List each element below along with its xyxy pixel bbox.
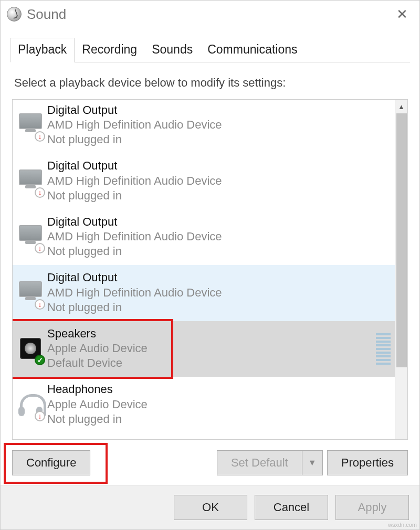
device-digital-output[interactable]: Digital OutputAMD High Definition Audio …: [13, 100, 395, 153]
set-default-button[interactable]: Set Default: [217, 450, 302, 475]
device-headphones[interactable]: HeadphonesApple Audio DeviceNot plugged …: [13, 377, 395, 432]
apply-button[interactable]: Apply: [335, 495, 409, 520]
device-description: AMD High Definition Audio Device: [47, 118, 222, 132]
check-badge-icon: [35, 355, 45, 365]
device-digital-output[interactable]: Digital OutputAMD High Definition Audio …: [13, 265, 395, 321]
device-name: Digital Output: [47, 215, 222, 229]
device-status: Not plugged in: [47, 132, 222, 147]
device-description: AMD High Definition Audio Device: [47, 285, 222, 300]
scroll-up-icon[interactable]: ▲: [395, 100, 407, 113]
close-icon[interactable]: ✕: [390, 6, 414, 23]
device-description: AMD High Definition Audio Device: [47, 174, 222, 188]
tab-playback[interactable]: Playback: [10, 38, 75, 62]
tabpage-playback: Select a playback device below to modify…: [10, 62, 410, 480]
monitor-icon: [17, 224, 44, 251]
device-status: Not plugged in: [47, 412, 148, 427]
device-digital-output[interactable]: Digital OutputAMD High Definition Audio …: [13, 153, 395, 209]
playback-button-row: Configure Set Default ▼ Properties: [12, 450, 408, 475]
instruction-text: Select a playback device below to modify…: [14, 76, 408, 90]
scroll-thumb[interactable]: [396, 113, 407, 367]
sound-dialog: Sound ✕ Playback Recording Sounds Commun…: [0, 0, 420, 530]
device-list[interactable]: Digital OutputAMD High Definition Audio …: [13, 100, 395, 439]
unplugged-badge-icon: [35, 187, 45, 198]
device-name: Headphones: [47, 382, 148, 397]
speaker-icon: [17, 336, 44, 363]
device-status: Default Device: [47, 356, 148, 370]
sound-system-icon: [7, 7, 22, 22]
scrollbar[interactable]: ▲: [395, 100, 407, 439]
tab-recording[interactable]: Recording: [75, 38, 144, 62]
device-speakers[interactable]: SpeakersApple Audio DeviceDefault Device: [13, 321, 395, 377]
tab-strip: Playback Recording Sounds Communications: [10, 38, 410, 62]
properties-button[interactable]: Properties: [327, 450, 408, 475]
dialog-button-row: OK Cancel Apply: [1, 485, 419, 529]
device-description: Apple Audio Device: [47, 341, 148, 356]
device-name: Speakers: [47, 326, 148, 341]
level-meter-icon: [376, 333, 391, 365]
unplugged-badge-icon: [35, 131, 45, 142]
device-description: AMD High Definition Audio Device: [47, 229, 222, 244]
configure-button[interactable]: Configure: [12, 450, 90, 475]
scroll-track[interactable]: [395, 113, 407, 439]
device-description: Apple Audio Device: [47, 397, 148, 412]
headphones-icon: [17, 392, 44, 419]
device-name: Digital Output: [47, 158, 222, 173]
titlebar: Sound ✕: [1, 1, 419, 28]
monitor-icon: [17, 280, 44, 308]
window-title: Sound: [27, 6, 66, 23]
watermark: wsxdn.com: [388, 522, 417, 528]
device-status: Not plugged in: [47, 188, 222, 203]
set-default-split-button[interactable]: Set Default ▼: [217, 450, 323, 475]
device-status: Not plugged in: [47, 244, 222, 259]
cancel-button[interactable]: Cancel: [255, 495, 328, 520]
monitor-icon: [17, 112, 44, 140]
device-name: Digital Output: [47, 103, 222, 118]
device-list-wrap: Digital OutputAMD High Definition Audio …: [12, 99, 408, 440]
unplugged-badge-icon: [35, 411, 45, 421]
ok-button[interactable]: OK: [174, 495, 247, 520]
device-name: Digital Output: [47, 270, 222, 285]
monitor-icon: [17, 168, 44, 196]
unplugged-badge-icon: [35, 243, 45, 253]
device-digital-output[interactable]: Digital OutputAMD High Definition Audio …: [13, 209, 395, 265]
client-area: Playback Recording Sounds Communications…: [1, 28, 419, 485]
device-status: Not plugged in: [47, 300, 222, 315]
tab-sounds[interactable]: Sounds: [144, 38, 200, 62]
unplugged-badge-icon: [35, 299, 45, 310]
chevron-down-icon[interactable]: ▼: [302, 450, 323, 475]
tab-communications[interactable]: Communications: [200, 38, 304, 62]
